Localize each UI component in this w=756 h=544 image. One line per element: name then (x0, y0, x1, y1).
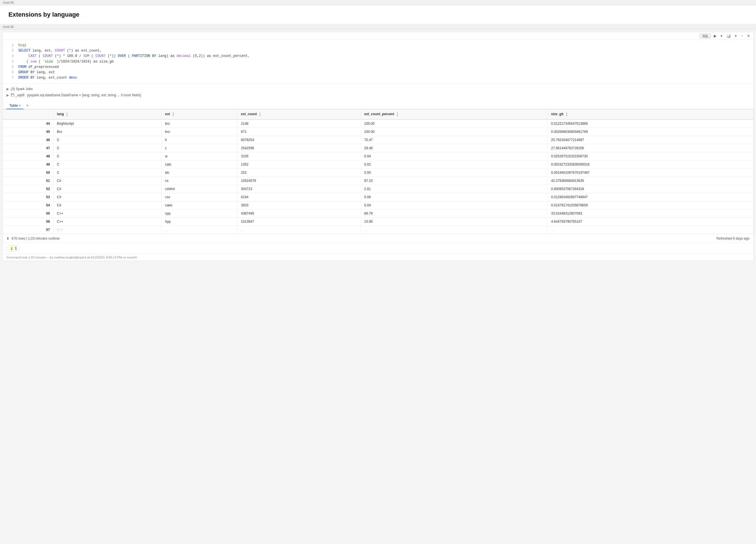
output-section: ▶ (3) Spark Jobs ▶ 🗔 _sqldf: pyspark.sql… (3, 83, 753, 101)
table-cell: C# (54, 201, 162, 210)
table-cell: C++ (54, 226, 162, 234)
spark-jobs-row[interactable]: ▶ (3) Spark Jobs (6, 86, 750, 92)
table-cell: 42.278366684913635 (548, 177, 753, 185)
row-num: 56 (3, 218, 54, 226)
table-row: 57C++............ (3, 226, 753, 234)
table-cell: 33.51648312807083 (548, 210, 753, 218)
table-cell: 6078254 (237, 136, 361, 144)
code-line-5: 5 FROM df_preprocessed (3, 65, 753, 70)
table-cell: C (54, 136, 162, 144)
table-cell: 0.0024272333830595016 (548, 161, 753, 169)
table-icon: 🗔 (11, 93, 14, 97)
table-cell: C# (54, 185, 162, 193)
table-cell: 27.661449793726206 (548, 144, 753, 152)
row-num: 44 (3, 119, 54, 128)
table-cell: cpp (161, 210, 237, 218)
code-editor[interactable]: 1 %sql 2 SELECT lang, ext, COUNT (*) as … (3, 40, 753, 83)
table-cell: Bro (54, 128, 162, 136)
page-title: Extensions by language (8, 11, 748, 18)
table-cell: C (54, 169, 162, 177)
table-cell: 304723 (237, 185, 361, 193)
run-button[interactable]: ▶ (713, 33, 718, 39)
table-cell: cshtml (161, 185, 237, 193)
code-line-2: 2 SELECT lang, ext, COUNT (*) as ext_cou… (3, 48, 753, 54)
reaction-bar: 💡 1 (3, 243, 753, 254)
table-cell: cake (161, 201, 237, 210)
rows-info: 670 rows | 1.03 minutes runtime (12, 237, 60, 241)
table-cell: 0.02 (361, 161, 548, 169)
cmd29-bar: Cmd 29 (0, 0, 756, 5)
row-num: 57 (3, 226, 54, 234)
cmd29-label: Cmd 29 (3, 1, 14, 4)
sort-sizegb-icon: ▲▼ (566, 112, 568, 117)
table-cell: 25.793164077214897 (548, 136, 753, 144)
download-icon[interactable]: ⬇ (6, 237, 9, 241)
table-cell: 0.012903492897748947 (548, 193, 753, 201)
spark-jobs-arrow: ▶ (6, 87, 9, 91)
table-cell: 0.04 (361, 201, 548, 210)
code-line-3: 3 CAST ( COUNT (*) * 100.0 / SUM ( COUNT… (3, 54, 753, 59)
table-tab-label: Table (9, 103, 18, 108)
table-cell: 4387495 (237, 210, 361, 218)
table-cell: w (161, 152, 237, 161)
chart-icon[interactable]: 📊 (725, 33, 732, 39)
th-size-gb[interactable]: size_gb ▲▼ (548, 110, 753, 119)
table-cell: csx (161, 193, 237, 201)
row-num: 48 (3, 152, 54, 161)
table-row: 49Ccats13520.020.0024272333830595016 (3, 161, 753, 169)
table-row: 52C#cshtml3047232.810.8009537067264318 (3, 185, 753, 193)
th-ext[interactable]: ext ▲▼ (161, 110, 237, 119)
spark-jobs-label: (3) Spark Jobs (11, 87, 33, 91)
code-line-6: 6 GROUP BY lang, ext (3, 70, 753, 75)
table-cell: C (54, 144, 162, 152)
minimize-icon[interactable]: − (740, 33, 744, 39)
th-lang[interactable]: lang ▲▼ (54, 110, 162, 119)
table-cell: h (161, 136, 237, 144)
row-num: 46 (3, 136, 54, 144)
row-num: 45 (3, 128, 54, 136)
table-cell: C++ (54, 210, 162, 218)
data-table-wrapper: lang ▲▼ ext ▲▼ ext_count ▲▼ ext_count_pe… (3, 109, 753, 234)
sqldf-arrow: ▶ (6, 93, 9, 97)
table-cell: brs (161, 119, 237, 128)
table-row: 44Brightscriptbrs2148100.000.01221734564… (3, 119, 753, 128)
table-cell: 1352 (237, 161, 361, 169)
row-num: 51 (3, 177, 54, 185)
add-tab-button[interactable]: + (25, 103, 30, 109)
table-cell: C# (54, 177, 162, 185)
row-num: 50 (3, 169, 54, 177)
table-cell: 0.06 (361, 193, 548, 201)
table-cell: 29.48 (361, 144, 548, 152)
sqldf-row[interactable]: ▶ 🗔 _sqldf: pyspark.sql.dataframe.DataFr… (6, 92, 750, 98)
run-dropdown-icon[interactable]: ▾ (719, 33, 724, 39)
table-row: 50Cidc2520.000.0019401097670197487 (3, 169, 753, 177)
table-row: 54C#cake39330.040.014791741035878658 (3, 201, 753, 210)
table-cell: 0.8009537067264318 (548, 185, 753, 193)
table-cell: 10524579 (237, 177, 361, 185)
chevron-down-icon[interactable]: ▾ (734, 33, 738, 39)
row-num: 49 (3, 161, 54, 169)
table-cell: 0.025267515331506730 (548, 152, 753, 161)
table-cell: idc (161, 169, 237, 177)
code-cell: SQL ▶ ▾ 📊 ▾ − ✕ 1 %sql 2 SELECT lang, ex… (2, 32, 754, 261)
table-cell: ... (161, 226, 237, 234)
cmd30-label: Cmd 30 (3, 25, 14, 28)
row-num: 47 (3, 144, 54, 152)
sql-badge: SQL (700, 34, 711, 39)
th-ext-count-percent[interactable]: ext_count_percent ▲▼ (361, 110, 548, 119)
table-row: 56C++hpp101384715.904.644793790765107 (3, 218, 753, 226)
table-body: 44Brightscriptbrs2148100.000.01221734564… (3, 119, 753, 234)
table-row: 55C++cpp438749568.7933.51648312807083 (3, 210, 753, 218)
table-tab[interactable]: Table ▾ (6, 102, 23, 109)
reaction-button[interactable]: 💡 1 (6, 245, 20, 252)
table-cell: 2148 (237, 119, 361, 128)
reaction-count: 1 (15, 247, 17, 250)
close-icon[interactable]: ✕ (746, 33, 751, 39)
table-cell: 3933 (237, 201, 361, 210)
table-cell: 2542596 (237, 144, 361, 152)
th-ext-count[interactable]: ext_count ▲▼ (237, 110, 361, 119)
table-cell: 0.014791741035878658 (548, 201, 753, 210)
footer-left: ⬇ 670 rows | 1.03 minutes runtime (6, 237, 60, 241)
table-cell: 3105 (237, 152, 361, 161)
sort-extcount-icon: ▲▼ (259, 112, 261, 117)
